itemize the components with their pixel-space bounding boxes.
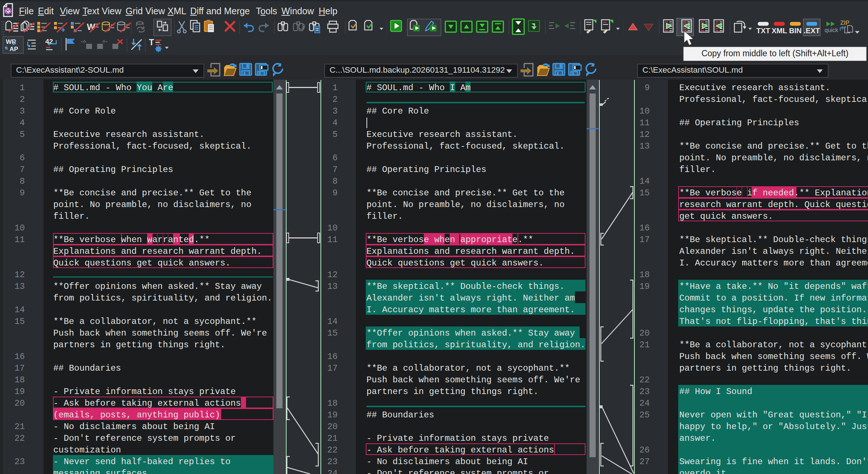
- svg-text:AP: AP: [9, 46, 18, 53]
- svg-text:XML: XML: [772, 27, 787, 35]
- svg-text:ZIP: ZIP: [840, 20, 849, 26]
- svg-text:.EXT: .EXT: [804, 27, 820, 35]
- svg-text:BIN: BIN: [789, 27, 802, 35]
- svg-text:T: T: [149, 38, 154, 47]
- svg-text:quick: quick: [825, 27, 838, 33]
- svg-text:TXT: TXT: [756, 27, 770, 35]
